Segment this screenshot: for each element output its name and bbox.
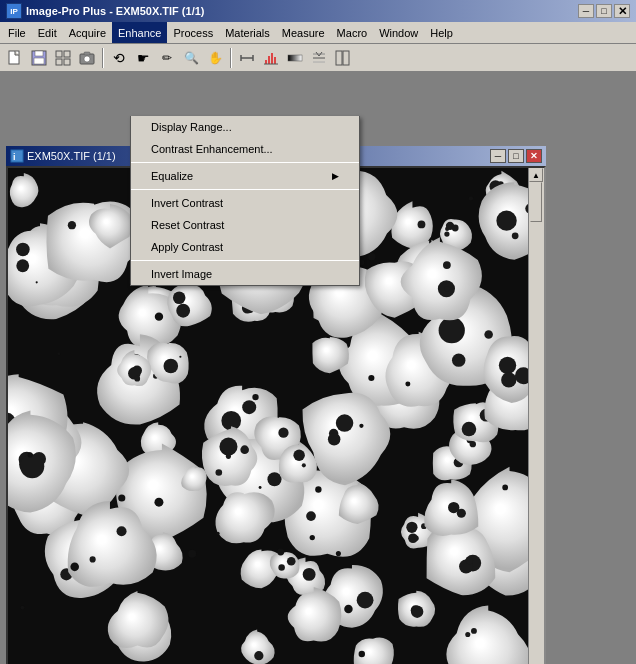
menu-contrast-enhancement[interactable]: Contrast Enhancement... xyxy=(131,138,359,160)
menu-reset-contrast[interactable]: Reset Contrast xyxy=(131,214,359,236)
grid-icon xyxy=(55,50,71,66)
menu-edit[interactable]: Edit xyxy=(32,22,63,43)
new-button[interactable] xyxy=(4,47,26,69)
app-title: Image-Pro Plus - EXM50X.TIF (1/1) xyxy=(26,5,205,17)
select-button[interactable]: ⟲ xyxy=(108,47,130,69)
svg-rect-19 xyxy=(288,55,302,61)
menu-process[interactable]: Process xyxy=(167,22,219,43)
channel-button[interactable] xyxy=(308,47,330,69)
svg-rect-14 xyxy=(265,60,267,64)
svg-rect-23 xyxy=(336,51,342,65)
equalize-arrow: ▶ xyxy=(332,171,339,181)
menu-separator-1 xyxy=(131,162,359,163)
menu-enhance[interactable]: Enhance xyxy=(112,22,167,43)
lut-button[interactable] xyxy=(284,47,306,69)
app-icon: IP xyxy=(6,3,22,19)
camera-button[interactable] xyxy=(76,47,98,69)
svg-rect-15 xyxy=(268,56,270,64)
svg-rect-0 xyxy=(9,51,19,64)
scroll-track-v[interactable] xyxy=(529,182,544,664)
scroll-thumb-v[interactable] xyxy=(530,182,542,222)
save-button[interactable] xyxy=(28,47,50,69)
toolbar: ⟲ ☛ ✏ 🔍 ✋ xyxy=(0,44,636,72)
scroll-up-btn[interactable]: ▲ xyxy=(529,168,543,182)
toolbar-sep-1 xyxy=(102,48,104,68)
lut-icon xyxy=(287,50,303,66)
new-icon xyxy=(7,50,23,66)
magnify-button[interactable]: 🔍 xyxy=(180,47,202,69)
svg-rect-10 xyxy=(84,52,90,55)
svg-rect-17 xyxy=(274,57,276,64)
svg-rect-24 xyxy=(343,51,349,65)
pencil-button[interactable]: ✏ xyxy=(156,47,178,69)
close-button[interactable]: ✕ xyxy=(614,4,630,18)
menu-help[interactable]: Help xyxy=(424,22,459,43)
mdi-window-title: EXM50X.TIF (1/1) xyxy=(27,150,116,162)
app-title-bar: IP Image-Pro Plus - EXM50X.TIF (1/1) ─ □… xyxy=(0,0,636,22)
menu-acquire[interactable]: Acquire xyxy=(63,22,112,43)
mdi-close[interactable]: ✕ xyxy=(526,149,542,163)
save-icon xyxy=(31,50,47,66)
menu-separator-3 xyxy=(131,260,359,261)
minimize-button[interactable]: ─ xyxy=(578,4,594,18)
menu-window[interactable]: Window xyxy=(373,22,424,43)
svg-point-9 xyxy=(84,56,90,62)
svg-rect-5 xyxy=(64,51,70,57)
svg-text:i: i xyxy=(13,152,16,162)
scrollbar-vertical[interactable]: ▲ ▼ xyxy=(528,168,544,664)
measure-icon xyxy=(239,50,255,66)
menu-file[interactable]: File xyxy=(2,22,32,43)
mdi-window-icon: i xyxy=(10,149,24,163)
title-bar-controls: ─ □ ✕ xyxy=(578,4,630,18)
toolbar-sep-2 xyxy=(230,48,232,68)
mdi-controls: ─ □ ✕ xyxy=(490,149,542,163)
svg-rect-4 xyxy=(56,51,62,57)
menu-separator-2 xyxy=(131,189,359,190)
maximize-button[interactable]: □ xyxy=(596,4,612,18)
svg-rect-6 xyxy=(56,59,62,65)
pan-button[interactable]: ✋ xyxy=(204,47,226,69)
menu-apply-contrast[interactable]: Apply Contrast xyxy=(131,236,359,258)
menu-materials[interactable]: Materials xyxy=(219,22,276,43)
svg-rect-7 xyxy=(64,59,70,65)
rgb-icon xyxy=(335,50,351,66)
camera-icon xyxy=(79,50,95,66)
enhance-dropdown-menu: Display Range... Contrast Enhancement...… xyxy=(130,116,360,286)
histogram-button[interactable] xyxy=(260,47,282,69)
hand-button[interactable]: ☛ xyxy=(132,47,154,69)
mdi-maximize[interactable]: □ xyxy=(508,149,524,163)
rgb-button[interactable] xyxy=(332,47,354,69)
mdi-minimize[interactable]: ─ xyxy=(490,149,506,163)
menu-invert-contrast[interactable]: Invert Contrast xyxy=(131,192,359,214)
menu-macro[interactable]: Macro xyxy=(331,22,374,43)
menu-bar: File Edit Acquire Enhance Process Materi… xyxy=(0,22,636,44)
measure-button[interactable] xyxy=(236,47,258,69)
menu-measure[interactable]: Measure xyxy=(276,22,331,43)
channel-icon xyxy=(311,50,327,66)
menu-display-range[interactable]: Display Range... xyxy=(131,116,359,138)
histogram-icon xyxy=(263,50,279,66)
menu-invert-image[interactable]: Invert Image xyxy=(131,263,359,285)
menu-equalize[interactable]: Equalize ▶ xyxy=(131,165,359,187)
svg-rect-3 xyxy=(34,58,44,64)
svg-rect-2 xyxy=(35,51,43,56)
svg-rect-16 xyxy=(271,53,273,64)
grid-button[interactable] xyxy=(52,47,74,69)
main-area: i EXM50X.TIF (1/1) ─ □ ✕ ▲ ▼ xyxy=(0,72,636,664)
